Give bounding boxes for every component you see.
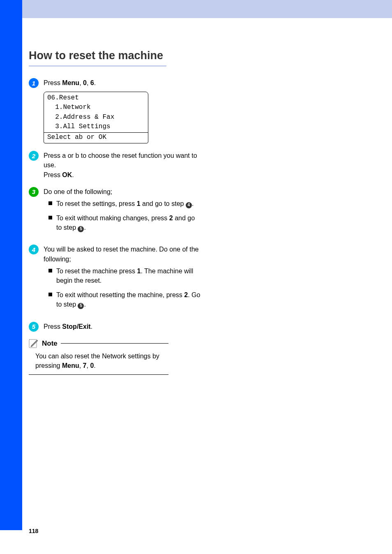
left-blue-sidebar	[0, 0, 22, 530]
note-title: Note	[42, 339, 58, 348]
text: .	[192, 200, 194, 207]
text: Press	[44, 152, 62, 159]
lcd-line-1: 06.Reset	[47, 93, 145, 103]
step-number-4: 4	[29, 245, 39, 254]
lcd-line-5: Select ab or OK	[44, 133, 148, 143]
step-1-body: Press Menu, 0, 6. 06.Reset 1.Network 2.A…	[44, 78, 201, 143]
ref-step-4-icon: 4	[186, 202, 192, 208]
step-2-body: Press a or b to choose the reset functio…	[44, 151, 201, 180]
text: ,	[79, 79, 83, 86]
lcd-line-2: 1.Network	[47, 103, 145, 112]
note-rule	[61, 343, 168, 344]
main-content: How to reset the machine 1 Press Menu, 0…	[29, 49, 201, 375]
up-arrow-icon: a	[62, 152, 66, 159]
note-block: Note You can also reset the Network sett…	[29, 339, 168, 375]
key-7: 7	[83, 362, 87, 369]
text: .	[94, 362, 95, 369]
step-4-bullet-1: To reset the machine press 1. The machin…	[48, 266, 201, 285]
text: .	[84, 301, 85, 308]
ok-key: OK	[62, 171, 72, 178]
lcd-line-3: 2.Address & Fax	[47, 113, 145, 122]
step-1-text: Press Menu, 0, 6.	[44, 79, 96, 86]
text: or	[66, 152, 75, 159]
key-6: 6	[90, 79, 94, 86]
step-3-intro: Do one of the following;	[44, 187, 201, 196]
text: .	[94, 79, 96, 86]
note-bottom-rule	[29, 374, 168, 375]
step-3-bullet-2: To exit without making changes, press 2 …	[48, 213, 201, 232]
step-5: 5 Press Stop/Exit.	[29, 322, 201, 332]
ref-step-5-icon: 5	[78, 303, 84, 309]
text: Press	[44, 79, 62, 86]
lcd-display: 06.Reset 1.Network 2.Address & Fax 3.All…	[44, 92, 148, 143]
title-underline	[29, 65, 166, 67]
text: You can also reset the Network settings …	[35, 353, 159, 369]
lcd-line-4: 3.All Settings	[47, 122, 145, 132]
step-4-bullet-2: To exit without resetting the machine, p…	[48, 290, 201, 309]
note-body: You can also reset the Network settings …	[29, 351, 168, 374]
key-1: 1	[137, 200, 141, 207]
text: and go to step	[141, 200, 186, 207]
step-number-2: 2	[29, 151, 39, 161]
step-3: 3 Do one of the following; To reset the …	[29, 187, 201, 238]
text: To exit without making changes, press	[56, 215, 169, 222]
ref-step-5-icon: 5	[78, 226, 84, 232]
step-4-body: You will be asked to reset the machine. …	[44, 245, 201, 314]
down-arrow-icon: b	[75, 152, 79, 159]
text: ,	[87, 79, 90, 86]
key-0: 0	[83, 79, 87, 86]
top-header-bar	[22, 0, 392, 18]
page-title: How to reset the machine	[29, 49, 201, 62]
text: .	[84, 224, 85, 231]
text: Press	[44, 323, 62, 330]
text: To exit without resetting the machine, p…	[56, 291, 184, 298]
text: .	[72, 171, 74, 178]
step-3-bullet-1: To reset the settings, press 1 and go to…	[48, 199, 201, 208]
menu-key: Menu	[62, 362, 79, 369]
step-3-body: Do one of the following; To reset the se…	[44, 187, 201, 238]
bullet-icon	[48, 216, 52, 219]
step-4-intro: You will be asked to reset the machine. …	[44, 245, 201, 263]
text: ,	[79, 362, 83, 369]
step-2: 2 Press a or b to choose the reset funct…	[29, 151, 201, 180]
svg-rect-0	[29, 339, 37, 348]
step-number-3: 3	[29, 187, 39, 197]
text: To reset the machine press	[56, 268, 137, 275]
text: To reset the settings, press	[56, 200, 137, 207]
step-1: 1 Press Menu, 0, 6. 06.Reset 1.Network 2…	[29, 78, 201, 143]
text: .	[91, 323, 92, 330]
note-icon	[29, 339, 39, 348]
page-number: 118	[29, 528, 38, 534]
key-2: 2	[184, 291, 188, 298]
step-5-body: Press Stop/Exit.	[44, 322, 201, 331]
menu-key: Menu	[62, 79, 79, 86]
key-0: 0	[90, 362, 94, 369]
key-2: 2	[169, 215, 173, 222]
bullet-icon	[48, 269, 52, 272]
step-4: 4 You will be asked to reset the machine…	[29, 245, 201, 314]
step-number-1: 1	[29, 78, 39, 88]
stop-exit-key: Stop/Exit	[62, 323, 90, 330]
bullet-icon	[48, 201, 52, 205]
text: Press	[44, 171, 62, 178]
step-number-5: 5	[29, 322, 39, 332]
bullet-icon	[48, 293, 52, 296]
